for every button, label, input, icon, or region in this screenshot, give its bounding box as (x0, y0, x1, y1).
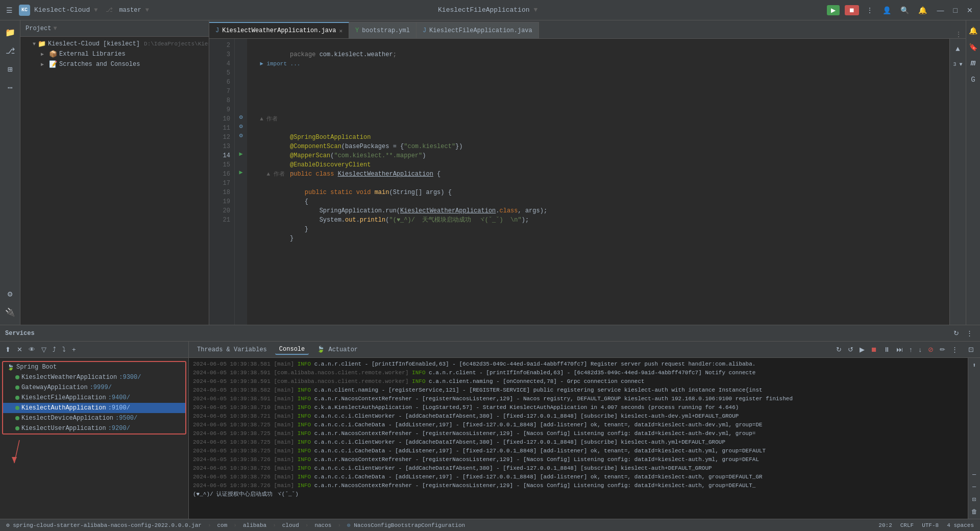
line-num-18: 18 (209, 188, 234, 197)
tabs-more-button[interactable]: ⋮ (951, 31, 966, 38)
services-more-button[interactable]: ⋮ (964, 328, 975, 338)
spring-boot-group[interactable]: 🍃 Spring Boot (3, 362, 185, 372)
console-pause-btn[interactable]: ⏸ (881, 345, 892, 354)
run-button[interactable]: ▶ (827, 5, 840, 15)
fold-icon[interactable]: ▲ (952, 43, 964, 55)
tree-item-external-libraries[interactable]: ▶ 📦 External Libraries (20, 49, 209, 59)
tab-file-application[interactable]: J KieslectFileApplication.java (416, 22, 539, 38)
gutter-21 (235, 213, 247, 223)
minimize-button[interactable]: — (934, 5, 947, 15)
close-button[interactable]: ✕ (964, 5, 976, 15)
console-run-btn[interactable]: ▶ (857, 345, 867, 354)
more-tools-icon[interactable]: ⋯ (2, 80, 18, 96)
plugin-sidebar-icon[interactable]: 🔌 (2, 304, 18, 321)
code-content[interactable]: package com.kieslect.weather; ► import .… (247, 39, 949, 325)
more-options-button[interactable]: ⋮ (864, 5, 875, 15)
console-down-btn[interactable]: ↓ (917, 345, 924, 354)
notifications-icon[interactable]: 🔔 (967, 25, 979, 37)
gutter-16-run[interactable]: ▶ (235, 167, 247, 177)
status-crlf[interactable]: CRLF (898, 522, 916, 528)
gutter-11[interactable]: ⚙ (235, 122, 247, 131)
fold-icon2[interactable]: 3 ▼ (952, 58, 964, 70)
console-edit-btn[interactable]: ✏ (938, 345, 947, 354)
gutter-10[interactable]: ⚙ (235, 112, 247, 122)
log-11: 2024-06-05 10:39:38.726 [main] INFO c.a.… (193, 455, 964, 464)
account-button[interactable]: 👤 (880, 5, 893, 15)
service-user[interactable]: KieslectUserApplication :9200/ (3, 423, 185, 433)
log-15: (♥_^)/ 认证授权中心启动成功 ヾ(ˇ_ˇ) (193, 490, 964, 499)
status-position[interactable]: 20:2 (876, 522, 894, 528)
status-breadcrumb-com[interactable]: com (215, 522, 230, 528)
service-device[interactable]: KieslectDeviceApplication :9500/ (3, 413, 185, 423)
gradle-right-icon[interactable]: G (967, 74, 979, 86)
search-button[interactable]: 🔍 (898, 5, 911, 15)
service-auth[interactable]: KieslectAuthApplication :9100/ (3, 403, 185, 413)
log-3: 2024-06-05 10:39:38.582 [main] INFO c.a.… (193, 386, 964, 395)
services-refresh-button[interactable]: ↻ (951, 328, 961, 338)
console-scroll-top[interactable]: ⬆ (969, 360, 979, 370)
run-service-label: KieslectFileApplication (438, 6, 529, 14)
settings-sidebar-icon[interactable]: ⚙ (2, 286, 18, 302)
services-collapse-button[interactable]: ⤴ (51, 345, 58, 354)
git-icon[interactable]: ⎇ (2, 43, 18, 59)
line-num-2: 2 (209, 41, 234, 50)
tab-actuator[interactable]: 🍃 Actuator (313, 345, 362, 354)
service-weather[interactable]: KieslectWeatherApplication :9300/ (3, 372, 185, 382)
services-filter-button[interactable]: ▽ (39, 345, 48, 354)
gutter-14-run[interactable]: ▶ (235, 149, 247, 158)
service-file[interactable]: KieslectFileApplication :9400/ (3, 393, 185, 403)
services-up-button[interactable]: ⬆ (3, 345, 13, 354)
tab-weather-application[interactable]: J KieslectWeatherApplication.java ✕ (209, 22, 349, 38)
console-skip-btn[interactable]: ⏭ (894, 345, 905, 354)
line-num-12: 12 (209, 133, 234, 142)
console-expand-right[interactable]: ⊡ (969, 494, 979, 504)
gutter-13 (235, 140, 247, 149)
tab-actuator-label: Actuator (328, 346, 358, 353)
project-files-icon[interactable]: 📁 (2, 25, 18, 41)
tree-item-kieslect-cloud[interactable]: ▼ 📁 Kieslect-Cloud [kieslect] D:\IdeaPro… (20, 39, 209, 49)
status-breadcrumb-cloud[interactable]: cloud (280, 522, 301, 528)
console-output[interactable]: 2024-06-05 10:39:38.581 [main] INFO c.a.… (189, 358, 968, 519)
tree-item-scratches[interactable]: ▶ 📝 Scratches and Consoles (20, 59, 209, 69)
console-tabs: Threads & Variables Console 🍃 Actuator ↻… (189, 342, 980, 358)
notification-button[interactable]: 🔔 (916, 5, 929, 15)
services-expand-button[interactable]: ⤵ (60, 345, 68, 354)
services-close-button[interactable]: ✕ (15, 345, 24, 354)
status-jar-label: spring-cloud-starter-alibaba-nacos-confi… (13, 522, 202, 528)
status-breadcrumb-config[interactable]: ⊙ NacosConfigBootstrapConfiguration (345, 522, 467, 528)
tab-threads[interactable]: Threads & Variables (193, 345, 271, 354)
status-indent[interactable]: 4 spaces (945, 522, 976, 528)
service-gateway[interactable]: GatewayApplication :9999/ (3, 382, 185, 393)
tab-console[interactable]: Console (275, 345, 309, 355)
console-more-btn[interactable]: ⋮ (949, 345, 960, 354)
stop-button[interactable]: ⏹ (845, 5, 859, 15)
gutter-12[interactable]: ⚙ (235, 131, 247, 140)
structure-sidebar-icon[interactable]: ⊞ (2, 61, 18, 78)
bookmark-right-icon[interactable]: 🔖 (967, 41, 979, 53)
console-stop-btn[interactable]: ⏹ (869, 345, 879, 354)
status-breadcrumb-alibaba[interactable]: alibaba (241, 522, 268, 528)
line-num-20: 20 (209, 206, 234, 215)
console-trash-icon[interactable]: 🗑 (969, 506, 979, 517)
line-num-17: 17 (209, 179, 234, 188)
console-line-icon: — (969, 470, 979, 480)
services-eye-button[interactable]: 👁 (27, 345, 37, 354)
service-weather-port: :9300/ (119, 374, 141, 381)
console-up-btn[interactable]: ↑ (907, 345, 915, 354)
maximize-button[interactable]: □ (950, 5, 961, 15)
status-jar-path[interactable]: ⚙ spring-cloud-starter-alibaba-nacos-con… (4, 522, 204, 528)
status-encoding[interactable]: UTF-8 (920, 522, 941, 528)
console-refresh-btn[interactable]: ↻ (834, 345, 844, 354)
log-2: 2024-06-05 10:39:38.591 [com.alibaba.nac… (193, 377, 964, 386)
console-expand-btn[interactable]: ⊡ (966, 345, 976, 354)
structure-right-icon[interactable]: m (967, 57, 979, 69)
project-path-label: D:\IdeaProjects\Kieslect-Cloud (144, 41, 209, 47)
status-breadcrumb-nacos[interactable]: nacos (312, 522, 333, 528)
services-add-button[interactable]: + (70, 345, 78, 354)
gutter-17 (235, 177, 247, 186)
console-restart-btn[interactable]: ↺ (846, 345, 855, 354)
tab-close-button[interactable]: ✕ (339, 28, 342, 34)
hamburger-menu-button[interactable]: ☰ (4, 5, 15, 15)
console-clear-btn[interactable]: ⊘ (926, 345, 936, 354)
tab-bootstrap-yml[interactable]: Y bootstrap.yml (349, 22, 416, 38)
